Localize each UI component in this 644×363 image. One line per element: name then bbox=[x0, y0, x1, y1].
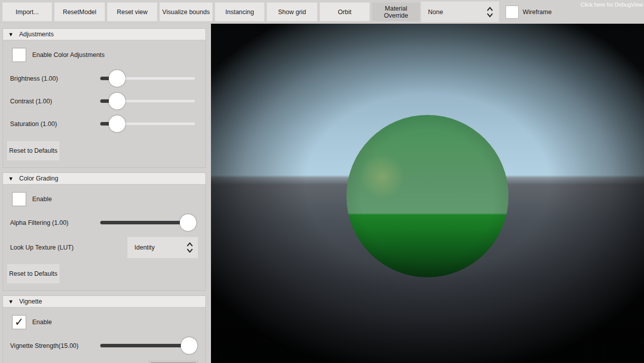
color-grading-enable-checkbox[interactable] bbox=[12, 192, 26, 206]
lut-value: Identity bbox=[134, 244, 186, 251]
section-title: Color Grading bbox=[19, 175, 58, 182]
slider-thumb[interactable] bbox=[180, 214, 196, 231]
slider-fill bbox=[100, 221, 188, 224]
reset-view-button[interactable]: Reset view bbox=[107, 3, 157, 21]
import-button[interactable]: Import... bbox=[3, 3, 52, 21]
reset-model-button[interactable]: ResetModel bbox=[54, 3, 105, 21]
saturation-label: Saturation (1.00) bbox=[7, 120, 100, 128]
wireframe-checkbox[interactable] bbox=[506, 6, 519, 19]
collapse-triangle-icon: ▼ bbox=[8, 31, 14, 37]
collapse-triangle-icon: ▼ bbox=[8, 298, 14, 305]
adjustments-reset-button[interactable]: Reset to Defaults bbox=[7, 141, 59, 160]
adjustments-section: ▼ Adjustments Enable Color Adjustments B… bbox=[3, 28, 206, 168]
brightness-slider[interactable] bbox=[100, 70, 195, 87]
vignette-strength-slider[interactable] bbox=[100, 337, 195, 354]
vignette-section: ▼ Vignette ✓ Enable Vignette Strength(15… bbox=[3, 295, 206, 363]
enable-color-adjustments-checkbox[interactable] bbox=[12, 48, 26, 62]
brightness-label: Brightness (1.00) bbox=[7, 75, 100, 82]
color-grading-reset-button[interactable]: Reset to Defaults bbox=[7, 264, 59, 283]
material-override-button[interactable]: Material Override bbox=[372, 3, 420, 21]
show-grid-button[interactable]: Show grid bbox=[267, 3, 317, 21]
model-viewer-app: Import... ResetModel Reset view Visualiz… bbox=[0, 0, 644, 363]
vignette-strength-label: Vignette Strength(15.00) bbox=[7, 342, 100, 349]
checkbox-label: Enable bbox=[32, 319, 52, 326]
vignette-body: ✓ Enable Vignette Strength(15.00) Vignet… bbox=[3, 308, 205, 363]
slider-thumb[interactable] bbox=[109, 115, 125, 132]
slider-fill bbox=[100, 344, 189, 347]
wireframe-label: Wireframe bbox=[523, 9, 552, 16]
saturation-slider[interactable] bbox=[100, 115, 195, 132]
alpha-filtering-slider[interactable] bbox=[100, 214, 195, 231]
color-grading-body: Enable Alpha Filtering (1.00) Look Up Te… bbox=[3, 185, 205, 290]
color-grading-header[interactable]: ▼ Color Grading bbox=[3, 173, 205, 185]
vignette-header[interactable]: ▼ Vignette bbox=[3, 296, 205, 308]
dropdown-chevron-icon bbox=[186, 241, 194, 254]
settings-sidebar: ▼ Adjustments Enable Color Adjustments B… bbox=[0, 24, 211, 363]
checkbox-label: Enable bbox=[32, 196, 52, 203]
instancing-button[interactable]: Instancing bbox=[215, 3, 264, 21]
slider-thumb[interactable] bbox=[181, 337, 197, 354]
lut-label: Look Up Texture (LUT) bbox=[7, 244, 127, 251]
adjustments-header[interactable]: ▼ Adjustments bbox=[3, 29, 205, 40]
material-override-dropdown[interactable]: None bbox=[421, 2, 499, 22]
visualize-bounds-button[interactable]: Visualize bounds bbox=[160, 3, 212, 21]
green-sphere-model bbox=[346, 115, 509, 277]
lut-dropdown[interactable]: Identity bbox=[127, 237, 198, 258]
viewport-canvas[interactable] bbox=[211, 24, 644, 363]
debug-view-link[interactable]: Click here for DebugView bbox=[581, 2, 643, 8]
material-override-value: None bbox=[428, 9, 486, 16]
slider-thumb[interactable] bbox=[109, 70, 125, 87]
toolbar: Import... ResetModel Reset view Visualiz… bbox=[0, 0, 644, 24]
collapse-triangle-icon: ▼ bbox=[8, 175, 14, 182]
slider-thumb[interactable] bbox=[109, 93, 125, 109]
adjustments-body: Enable Color Adjustments Brightness (1.0… bbox=[3, 40, 205, 167]
color-grading-section: ▼ Color Grading Enable Alpha Filtering (… bbox=[3, 172, 206, 291]
contrast-slider[interactable] bbox=[100, 93, 195, 109]
section-title: Adjustments bbox=[19, 31, 54, 38]
orbit-button[interactable]: Orbit bbox=[320, 3, 370, 21]
alpha-filtering-label: Alpha Filtering (1.00) bbox=[7, 219, 100, 226]
checkbox-label: Enable Color Adjustments bbox=[32, 51, 105, 58]
vignette-enable-checkbox[interactable]: ✓ bbox=[12, 315, 26, 329]
dropdown-chevron-icon bbox=[486, 6, 494, 18]
contrast-label: Contrast (1.00) bbox=[7, 98, 100, 105]
section-title: Vignette bbox=[19, 298, 42, 305]
